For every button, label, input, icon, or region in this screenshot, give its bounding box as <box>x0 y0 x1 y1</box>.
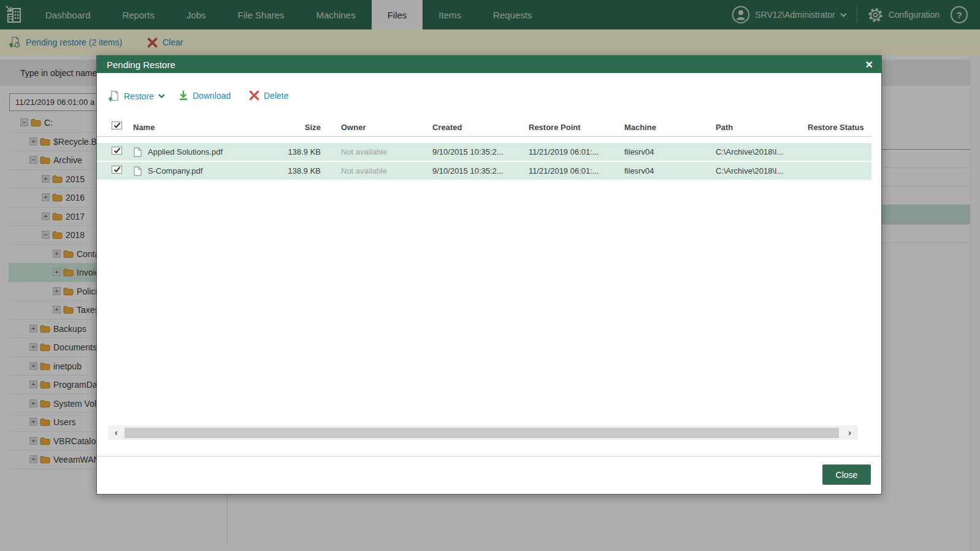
check-icon <box>113 147 121 154</box>
restore-button[interactable]: Restore <box>108 90 165 102</box>
dialog-title: Pending Restore <box>107 60 175 70</box>
cell-path: C:\Archive\2018\I... <box>716 143 784 161</box>
download-button[interactable]: Download <box>178 90 231 101</box>
column-header-path[interactable]: Path <box>716 117 733 137</box>
delete-label: Delete <box>264 91 288 101</box>
row-checkbox[interactable] <box>112 166 122 174</box>
scrollbar-thumb[interactable] <box>124 428 839 438</box>
cell-name: Applied Solutions.pdf <box>148 143 223 161</box>
cell-size: 138.9 KB <box>278 162 321 180</box>
delete-x-icon <box>249 90 259 101</box>
cell-size: 138.9 KB <box>278 143 321 161</box>
close-icon[interactable]: ✕ <box>865 56 873 73</box>
download-label: Download <box>193 91 231 101</box>
table-row[interactable]: Applied Solutions.pdf 138.9 KB Not avail… <box>97 143 871 161</box>
pending-restore-dialog: Pending Restore ✕ Restore Download Delet… <box>96 55 882 495</box>
file-icon <box>134 166 142 176</box>
download-icon <box>178 90 188 101</box>
footer-divider <box>97 456 881 457</box>
column-header-name[interactable]: Name <box>133 117 155 137</box>
cell-owner: Not available <box>341 162 387 180</box>
column-header-created[interactable]: Created <box>432 117 462 137</box>
dialog-titlebar: Pending Restore ✕ <box>97 56 881 73</box>
cell-machine: filesrv04 <box>624 143 654 161</box>
table-row[interactable]: S-Company.pdf 138.9 KB Not available 9/1… <box>97 162 871 180</box>
file-table-body: Applied Solutions.pdf 138.9 KB Not avail… <box>97 143 871 181</box>
scroll-left-button[interactable]: ‹ <box>108 425 124 440</box>
cell-path: C:\Archive\2018\I... <box>716 162 784 180</box>
restore-label: Restore <box>124 91 154 101</box>
cell-created: 9/10/2015 10:35:2... <box>432 143 503 161</box>
file-icon <box>134 147 142 157</box>
delete-button[interactable]: Delete <box>249 90 288 101</box>
close-button[interactable]: Close <box>822 464 871 485</box>
cell-name: S-Company.pdf <box>148 162 202 180</box>
cell-created: 9/10/2015 10:35:2... <box>432 162 503 180</box>
row-checkbox[interactable] <box>112 147 122 155</box>
column-header-restore-status[interactable]: Restore Status <box>808 117 864 137</box>
column-header-machine[interactable]: Machine <box>624 117 656 137</box>
cell-owner: Not available <box>341 143 387 161</box>
check-icon <box>113 122 121 129</box>
table-header-row: Name Size Owner Created Restore Point Ma… <box>97 117 871 137</box>
restore-chevron-icon <box>158 94 165 98</box>
select-all-checkbox[interactable] <box>112 121 122 129</box>
cell-restore-point: 11/21/2019 06:01:... <box>529 143 599 161</box>
restore-icon <box>108 90 120 102</box>
cell-restore-point: 11/21/2019 06:01:... <box>529 162 599 180</box>
scroll-right-button[interactable]: › <box>841 425 858 440</box>
cell-machine: filesrv04 <box>624 162 654 180</box>
column-header-restore-point[interactable]: Restore Point <box>529 117 581 137</box>
column-header-size[interactable]: Size <box>278 117 321 137</box>
column-header-owner[interactable]: Owner <box>341 117 366 137</box>
check-icon <box>113 166 121 173</box>
horizontal-scrollbar[interactable]: ‹ › <box>108 425 858 440</box>
